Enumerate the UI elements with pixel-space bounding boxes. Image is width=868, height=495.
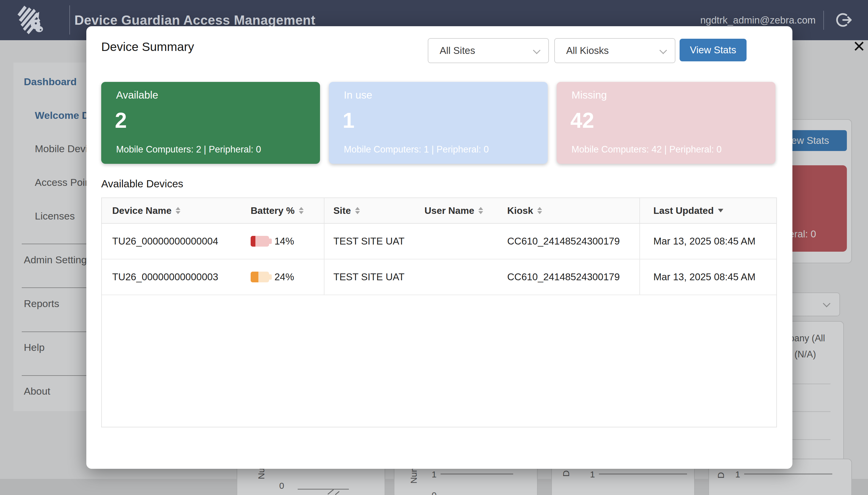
cell-battery: 14% [242, 223, 324, 259]
available-devices-table: Device Name Battery % Site User Nam [101, 198, 777, 427]
modal-title: Device Summary [101, 40, 194, 54]
sort-icon [537, 207, 542, 214]
column-header-kiosk[interactable]: Kiosk [498, 198, 640, 223]
cell-site: TEST SITE UAT [324, 223, 415, 259]
cell-site: TEST SITE UAT [324, 259, 415, 295]
sort-icon [299, 207, 304, 214]
card-count: 2 [115, 108, 127, 133]
header-divider [69, 5, 70, 35]
table-header-row: Device Name Battery % Site User Nam [102, 198, 776, 223]
card-detail: Mobile Computers: 2 | Peripheral: 0 [116, 144, 261, 155]
sort-icon [176, 207, 180, 214]
available-devices-heading: Available Devices [101, 178, 183, 190]
battery-icon [251, 236, 269, 246]
device-summary-modal: Device Summary All Sites All Kiosks View… [86, 26, 792, 469]
card-label: Missing [571, 89, 607, 101]
card-count: 1 [343, 108, 355, 133]
column-label: Device Name [112, 205, 172, 216]
table-row[interactable]: TU26_00000000000004 14% TEST SITE UAT CC… [102, 223, 776, 259]
cell-user-name [415, 259, 498, 295]
cell-kiosk: CC610_24148524300179 [498, 223, 640, 259]
battery-percent: 24% [274, 271, 294, 283]
battery-percent: 14% [274, 236, 294, 247]
cell-device-name: TU26_00000000000003 [102, 259, 242, 295]
column-header-site[interactable]: Site [324, 198, 415, 223]
chevron-down-icon [533, 47, 540, 54]
in-use-summary-card[interactable]: In use 1 Mobile Computers: 1 | Periphera… [329, 82, 548, 164]
site-filter-select[interactable]: All Sites [428, 38, 549, 63]
card-detail: Mobile Computers: 42 | Peripheral: 0 [571, 144, 722, 155]
chevron-down-icon [659, 47, 667, 54]
cell-device-name: TU26_00000000000004 [102, 223, 242, 259]
card-label: Available [116, 89, 158, 101]
column-label: Site [333, 205, 351, 216]
sort-icon [478, 207, 483, 214]
cell-last-updated: Mar 13, 2025 08:45 AM [640, 259, 776, 295]
column-label: Kiosk [507, 205, 533, 216]
cell-battery: 24% [242, 259, 324, 295]
column-label: Last Updated [653, 205, 714, 216]
available-summary-card[interactable]: Available 2 Mobile Computers: 2 | Periph… [101, 82, 320, 164]
column-label: Battery % [251, 205, 295, 216]
column-header-last-updated[interactable]: Last Updated [640, 198, 776, 223]
header-divider [823, 11, 824, 30]
card-count: 42 [570, 108, 594, 133]
battery-icon [251, 272, 269, 282]
kiosk-filter-select[interactable]: All Kiosks [554, 38, 675, 63]
kiosk-filter-value: All Kiosks [566, 45, 609, 56]
view-stats-button[interactable]: View Stats [679, 39, 747, 61]
logout-icon[interactable] [835, 11, 852, 29]
card-detail: Mobile Computers: 1 | Peripheral: 0 [344, 144, 489, 155]
column-header-device-name[interactable]: Device Name [102, 198, 242, 223]
missing-summary-card[interactable]: Missing 42 Mobile Computers: 42 | Periph… [556, 82, 776, 164]
cell-kiosk: CC610_24148524300179 [498, 259, 640, 295]
cell-user-name [415, 223, 498, 259]
table-row[interactable]: TU26_00000000000003 24% TEST SITE UAT CC… [102, 259, 776, 295]
column-label: User Name [424, 205, 474, 216]
cell-last-updated: Mar 13, 2025 08:45 AM [640, 223, 776, 259]
column-header-battery[interactable]: Battery % [242, 198, 324, 223]
close-icon[interactable]: ✕ [851, 37, 867, 56]
site-filter-value: All Sites [440, 45, 475, 56]
column-header-user-name[interactable]: User Name [415, 198, 498, 223]
card-label: In use [344, 89, 372, 101]
sort-desc-icon [718, 209, 723, 212]
sort-icon [355, 207, 360, 214]
zebra-logo-icon [16, 3, 49, 37]
screen: Dashboard Welcome D Mobile Devic Access … [0, 0, 868, 495]
